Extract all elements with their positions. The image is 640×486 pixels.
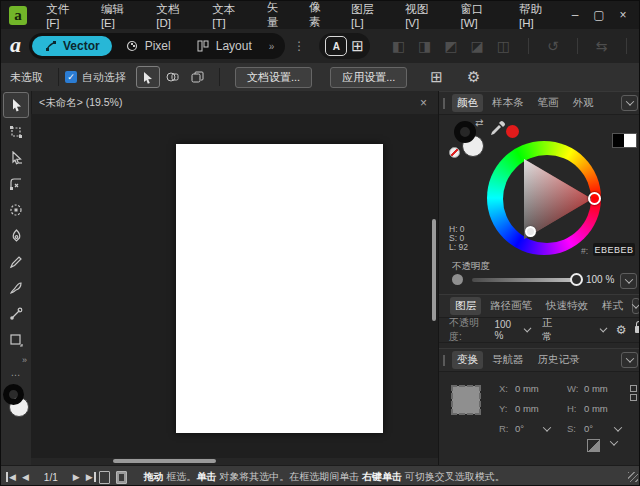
hex-value-field[interactable]: EBEBEB (593, 243, 635, 256)
maximize-button[interactable]: ▢ (589, 6, 609, 24)
layer-settings-gear-icon[interactable]: ⚙ (616, 323, 627, 337)
grid-toggle-icon[interactable]: ⊞ (351, 37, 364, 55)
tab-stroke[interactable]: 笔画 (533, 94, 564, 112)
opacity-slider-knob[interactable] (570, 273, 583, 286)
document-setup-button[interactable]: 文档设置... (235, 67, 312, 88)
picked-color-swatch[interactable] (506, 125, 519, 138)
persona-vector[interactable]: Vector (32, 36, 112, 56)
hue-selector[interactable] (588, 192, 601, 205)
chevron-down-icon[interactable] (543, 423, 551, 431)
opacity-slider-track[interactable] (472, 278, 579, 282)
r-value[interactable]: 0° (515, 423, 524, 434)
boolean-divide-icon[interactable]: ◫ (497, 38, 510, 54)
persona-pixel[interactable]: Pixel (114, 36, 183, 56)
edit-shapes-button[interactable] (162, 67, 184, 87)
aspect-link-icon[interactable] (630, 385, 636, 400)
flip-icon[interactable]: ⇆ (596, 38, 608, 54)
chevron-down-icon[interactable] (599, 324, 607, 332)
boolean-intersect-icon[interactable]: ◩ (444, 38, 457, 54)
horizontal-scrollbar-thumb[interactable] (113, 459, 216, 463)
menu-edit[interactable]: 编辑[E] (91, 2, 146, 29)
black-white-swatch[interactable] (612, 133, 637, 148)
previous-page-button[interactable]: ◀ (19, 472, 32, 482)
menu-vector[interactable]: 矢量 (257, 0, 299, 30)
snapping-toggle-button[interactable]: A (325, 36, 347, 56)
tab-navigator[interactable]: 导航器 (487, 351, 529, 369)
move-cursor-button[interactable] (136, 66, 160, 88)
tab-close-icon[interactable]: × (417, 96, 430, 110)
persona-layout[interactable]: Layout (185, 36, 264, 56)
persona-more-icon[interactable]: » (266, 41, 278, 52)
panel-collapse-button[interactable] (621, 352, 638, 368)
spread-view-icon[interactable] (116, 471, 127, 484)
boolean-subtract-icon[interactable]: ◨ (418, 38, 431, 54)
opacity-dropdown-button[interactable] (620, 273, 637, 289)
fill-gradient-tool[interactable] (4, 301, 28, 327)
point-transform-tool[interactable] (4, 197, 28, 223)
app-settings-button[interactable]: 应用设置... (330, 67, 407, 88)
tab-color[interactable]: 颜色 (452, 94, 483, 112)
menu-pixel[interactable]: 像素 (299, 0, 341, 30)
auto-select-checkbox[interactable]: ✓ (65, 71, 77, 83)
vector-brush-tool[interactable] (4, 275, 28, 301)
resize-grip[interactable] (628, 472, 638, 482)
next-page-button[interactable]: ▶ (70, 472, 83, 482)
rectangle-tool[interactable] (4, 327, 28, 353)
boolean-add-icon[interactable]: ◧ (392, 38, 405, 54)
stroke-color-well[interactable] (454, 121, 476, 143)
pen-tool[interactable] (4, 223, 28, 249)
menu-layer[interactable]: 图层[L] (341, 2, 395, 29)
lock-icon[interactable] (635, 326, 640, 333)
first-page-button[interactable]: ◀ (6, 472, 19, 482)
rotate-icon[interactable]: ↺ (547, 38, 559, 54)
menu-document[interactable]: 文档[D] (146, 2, 202, 29)
canvas-area[interactable] (31, 114, 438, 459)
document-page[interactable] (176, 144, 383, 433)
panel-collapse-button[interactable] (632, 298, 640, 314)
tab-quick-fx[interactable]: 快速特效 (541, 297, 593, 315)
last-page-button[interactable]: ▶ (83, 472, 96, 482)
move-tool[interactable] (3, 92, 29, 118)
y-value[interactable]: 0 mm (515, 403, 539, 414)
page-view-icon[interactable] (99, 471, 110, 484)
pencil-tool[interactable] (4, 249, 28, 275)
document-tab[interactable]: <未命名> (19.5%) × (31, 91, 438, 114)
opacity-value[interactable]: 100 % (586, 274, 614, 285)
tab-history[interactable]: 历史记录 (533, 351, 585, 369)
tools-ellipsis-icon[interactable]: … (11, 367, 22, 378)
layers-opacity-value[interactable]: 100 % (494, 319, 517, 341)
artboard-tool[interactable] (4, 119, 28, 145)
swap-colors-icon[interactable]: ⇄ (475, 117, 483, 128)
blend-mode-value[interactable]: 正常 (542, 316, 559, 344)
menu-file[interactable]: 文件[F] (36, 2, 91, 29)
stroke-fill-wells[interactable] (3, 384, 29, 420)
minimize-button[interactable]: – (565, 6, 585, 24)
tools-more-icon[interactable]: » (22, 355, 31, 365)
menu-text[interactable]: 文本[T] (202, 2, 257, 29)
stroke-color-well[interactable] (3, 384, 24, 405)
no-fill-icon[interactable] (449, 147, 460, 158)
duplicate-button[interactable] (186, 67, 208, 87)
chevron-down-icon[interactable] (610, 437, 618, 445)
toolbar-overflow-icon[interactable]: ⋮ (293, 39, 305, 53)
corner-tool[interactable] (4, 171, 28, 197)
s-value[interactable]: 0° (584, 423, 593, 434)
anchor-point-selector[interactable] (452, 386, 480, 414)
node-tool[interactable] (4, 145, 28, 171)
gear-icon[interactable]: ⚙ (467, 68, 480, 86)
panel-collapse-button[interactable] (621, 95, 638, 111)
tab-appearance[interactable]: 外观 (568, 94, 599, 112)
chevron-down-icon[interactable] (524, 324, 532, 332)
close-button[interactable]: × (613, 6, 633, 24)
vertical-scrollbar[interactable] (432, 219, 436, 321)
menu-help[interactable]: 帮助[H] (509, 2, 565, 29)
transform-origin-icon[interactable] (587, 439, 600, 452)
shade-selector[interactable] (525, 226, 536, 237)
chevron-down-icon[interactable] (614, 423, 622, 431)
horizontal-scrollbar-track[interactable] (31, 458, 438, 465)
menu-view[interactable]: 视图[V] (395, 2, 450, 29)
boolean-xor-icon[interactable]: ◪ (471, 38, 484, 54)
color-picker-icon[interactable] (489, 120, 506, 137)
menu-window[interactable]: 窗口[W] (451, 2, 509, 29)
tab-path-brushes[interactable]: 路径画笔 (485, 297, 537, 315)
